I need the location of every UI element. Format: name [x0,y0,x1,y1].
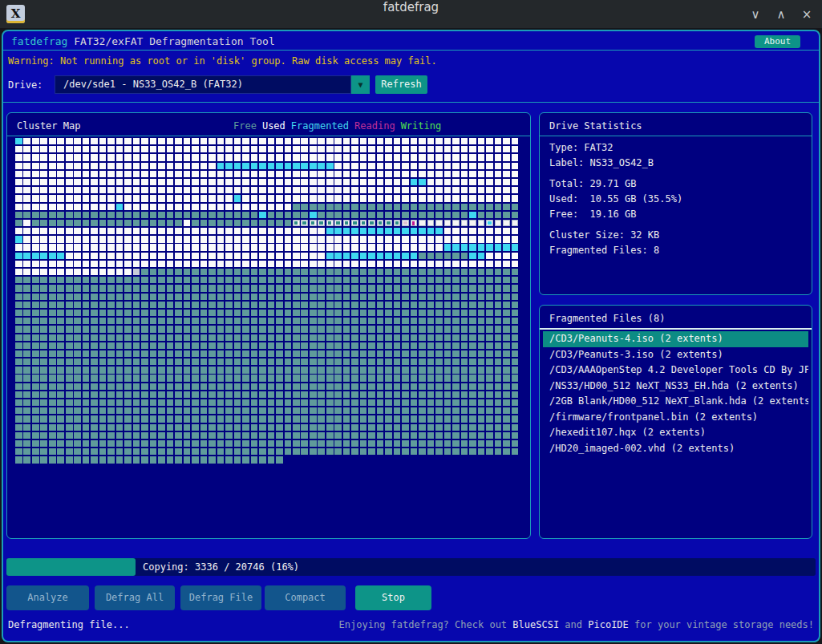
map-cell [435,367,443,373]
map-cell [141,204,148,210]
map-cell [435,342,443,349]
map-cell [326,424,334,431]
compact-button[interactable]: Compact [265,585,346,610]
map-cell [150,154,157,160]
map-cell [427,326,435,332]
map-cell [116,204,124,210]
fragmented-file-item[interactable]: /NS33/HD00_512 NeXT_NS33_EH.hda (2 exten… [543,379,808,395]
refresh-button[interactable]: Refresh [375,75,427,94]
map-cell [242,138,249,144]
fragmented-file-item[interactable]: /CD3/Peanuts-4.iso (2 extents) [543,331,808,347]
map-cell [343,326,350,332]
map-cell [251,318,258,324]
map-cell [495,179,502,185]
map-cell [318,277,325,283]
map-cell [150,424,157,431]
map-cell [402,350,409,357]
fragmented-file-item[interactable]: /2GB Blank/HD00_512 NeXT_Blank.hda (2 ex… [543,394,808,410]
map-cell [512,277,519,283]
map-cell [268,212,275,218]
map-cell [461,236,468,242]
map-cell [107,415,115,422]
map-cell [452,383,460,390]
map-cell [83,456,90,463]
map-cell [377,358,384,365]
drive-select[interactable]: /dev/sde1 - NS33_OS42_B (FAT32) [55,75,351,94]
map-cell [167,310,174,316]
map-cell [184,171,191,177]
fragmented-file-item[interactable]: /CD3/Peanuts-3.iso (2 extents) [543,347,808,363]
map-cell [192,236,199,242]
map-cell [234,269,241,275]
close-icon[interactable]: × [800,7,814,22]
map-cell [217,399,225,406]
map-cell [503,204,510,210]
map-cell [57,253,64,259]
map-cell [512,187,519,193]
map-cell [461,432,468,439]
map-cell [66,318,73,324]
map-cell [469,179,476,185]
map-cell [326,204,334,210]
stop-button[interactable]: Stop [355,585,431,610]
map-cell [419,154,426,160]
maximize-icon[interactable]: ∧ [774,7,788,22]
map-cell [124,310,132,316]
fragmented-file-item[interactable]: /HD20_imaged-002.vhd (2 extents) [543,441,808,457]
drive-statistics-body: Type: FAT32Label: NS33_OS42_BTotal: 29.7… [549,140,805,264]
fragmented-file-item[interactable]: /CD3/AAAOpenStep 4.2 Developer Tools CD … [543,363,808,379]
map-cell [512,375,519,381]
map-cell [15,294,22,300]
map-cell [495,350,502,357]
chevron-down-icon[interactable]: ▼ [351,75,370,94]
map-cell [167,285,174,291]
map-cell [209,277,216,283]
map-cell [99,171,107,177]
map-cell [234,302,241,308]
map-cell [495,204,502,210]
map-cell [419,407,426,414]
map-cell [116,375,124,381]
map-cell [268,326,275,332]
map-cell [310,154,317,160]
map-cell [234,383,241,390]
map-cell [301,228,308,234]
map-cell [23,432,30,439]
map-cell [225,294,233,300]
map-cell [217,326,225,332]
map-cell [175,253,182,259]
map-cell [217,138,225,144]
map-cell [351,195,358,201]
fragmented-file-item[interactable]: /firmware/frontpanel.bin (2 extents) [543,410,808,426]
map-cell [40,302,47,308]
map-cell [192,342,199,349]
map-cell [444,171,451,177]
defrag-file-button[interactable]: Defrag File [180,585,261,610]
map-cell [259,375,266,381]
map-cell [107,383,115,390]
map-cell [158,212,165,218]
map-cell [40,415,47,422]
map-cell [427,269,435,275]
fragmented-file-item[interactable]: /hexedit107.hqx (2 extents) [543,425,808,441]
map-cell [334,367,342,373]
map-cell [351,440,358,447]
map-cell [343,154,350,160]
map-cell [411,179,418,185]
map-cell [326,228,334,234]
analyze-button[interactable]: Analyze [6,585,89,610]
map-cell [91,277,98,283]
map-cell [394,358,401,365]
map-cell [452,195,460,201]
map-cell [124,277,132,283]
map-cell [486,236,493,242]
map-cell [285,440,292,447]
defrag-all-button[interactable]: Defrag All [95,585,175,610]
about-button[interactable]: About [755,35,800,48]
map-cell [66,383,73,390]
map-cell [343,440,350,447]
minimize-icon[interactable]: ∨ [748,7,763,22]
map-cell [124,171,132,177]
map-cell [150,195,157,201]
map-cell [74,399,81,406]
